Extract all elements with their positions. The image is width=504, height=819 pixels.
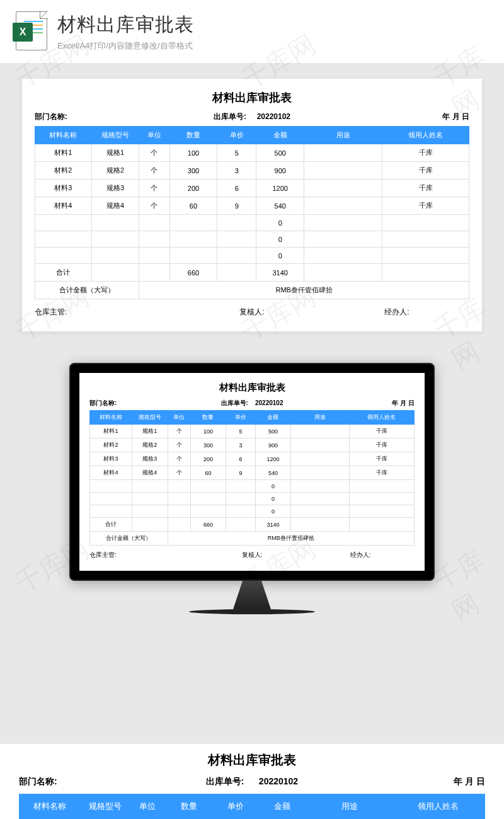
- column-header: 单位: [168, 411, 190, 425]
- column-header: 单价: [217, 127, 256, 144]
- column-header: 规格型号: [132, 411, 168, 425]
- column-header: 金额: [256, 794, 307, 819]
- dept-label: 部门名称:: [35, 112, 180, 122]
- column-header: 单价: [215, 794, 257, 819]
- table-row: 材料1规格1个1005500千库: [35, 144, 469, 162]
- column-header: 用途: [291, 411, 350, 425]
- dept-label: 部门名称:: [19, 776, 175, 788]
- column-header: 单价: [226, 411, 255, 425]
- table-row: 0: [35, 215, 469, 231]
- amount-caps-row: 合计金额（大写）RMB叁仟壹佰肆拾: [35, 282, 469, 299]
- column-header: 金额: [256, 127, 304, 144]
- form-title: 材料出库审批表: [19, 752, 485, 769]
- page-title: 材料出库审批表: [57, 12, 491, 38]
- column-header: 用途: [308, 794, 392, 819]
- excel-file-icon: X: [13, 11, 47, 52]
- form-title: 材料出库审批表: [89, 382, 415, 394]
- column-header: 领用人姓名: [382, 127, 469, 144]
- order-label: 出库单号:: [214, 112, 246, 121]
- table-row: 材料4规格4个609540千库: [35, 197, 469, 215]
- table-row: 0: [35, 231, 469, 248]
- order-value: 20220102: [257, 112, 290, 121]
- column-header: 规格型号: [80, 794, 131, 819]
- table-row: 材料4规格4个609540千库: [90, 466, 415, 480]
- table-row: 材料3规格3个20061200千库: [35, 180, 469, 197]
- reviewer-label: 复核人:: [180, 307, 324, 318]
- date-label: 年 月 日: [329, 776, 485, 788]
- form-title: 材料出库审批表: [35, 90, 469, 105]
- column-header: 数量: [164, 794, 215, 819]
- column-header: 规格型号: [91, 127, 139, 144]
- table-row: 材料2规格2个3003900千库: [35, 162, 469, 180]
- page-header: X 材料出库审批表 Excel/A4打印/内容随意修改/自带格式: [0, 0, 504, 63]
- table-row: 材料2规格2个3003900千库: [90, 438, 415, 452]
- template-preview-card: 材料出库审批表 部门名称: 出库单号: 20220102 年 月 日 材料名称规…: [22, 79, 482, 331]
- column-header: 单位: [131, 794, 164, 819]
- handler-label: 经办人:: [324, 307, 469, 318]
- total-row: 合计6603140: [90, 518, 415, 532]
- column-header: 数量: [190, 411, 226, 425]
- table-row: 0: [90, 493, 415, 505]
- amount-caps-row: 合计金额（大写）RMB叁仟壹佰肆拾: [90, 532, 415, 546]
- warehouse-label: 仓库主管:: [35, 307, 180, 318]
- date-label: 年 月 日: [306, 399, 415, 408]
- materials-table: 材料名称规格型号单位数量单价金额用途领用人姓名: [19, 794, 485, 819]
- table-row: 0: [35, 248, 469, 264]
- monitor-mockup: 材料出库审批表 部门名称: 出库单号: 20220102 年 月 日 材料名称规…: [69, 363, 435, 614]
- table-row: 材料1规格1个1005500千库: [90, 425, 415, 438]
- date-label: 年 月 日: [324, 112, 469, 122]
- dept-label: 部门名称:: [89, 399, 198, 408]
- column-header: 材料名称: [90, 411, 132, 425]
- column-header: 领用人姓名: [349, 411, 414, 425]
- materials-table: 材料名称规格型号单位数量单价金额用途领用人姓名 材料1规格1个1005500千库…: [89, 410, 415, 546]
- column-header: 材料名称: [20, 794, 80, 819]
- column-header: 领用人姓名: [392, 794, 485, 819]
- table-row: 0: [90, 480, 415, 493]
- table-row: 材料3规格3个20061200千库: [90, 452, 415, 466]
- total-row: 合计6603140: [35, 264, 469, 282]
- column-header: 金额: [255, 411, 291, 425]
- column-header: 材料名称: [35, 127, 92, 144]
- page-subtitle: Excel/A4打印/内容随意修改/自带格式: [57, 40, 491, 52]
- materials-table: 材料名称规格型号单位数量单价金额用途领用人姓名 材料1规格1个1005500千库…: [35, 126, 469, 299]
- column-header: 用途: [304, 127, 382, 144]
- bottom-preview-strip: 材料出库审批表 部门名称: 出库单号: 20220102 年 月 日 材料名称规…: [0, 744, 504, 819]
- column-header: 单位: [139, 127, 169, 144]
- table-row: 0: [90, 505, 415, 518]
- watermark: 千库网: [428, 537, 504, 630]
- column-header: 数量: [169, 127, 217, 144]
